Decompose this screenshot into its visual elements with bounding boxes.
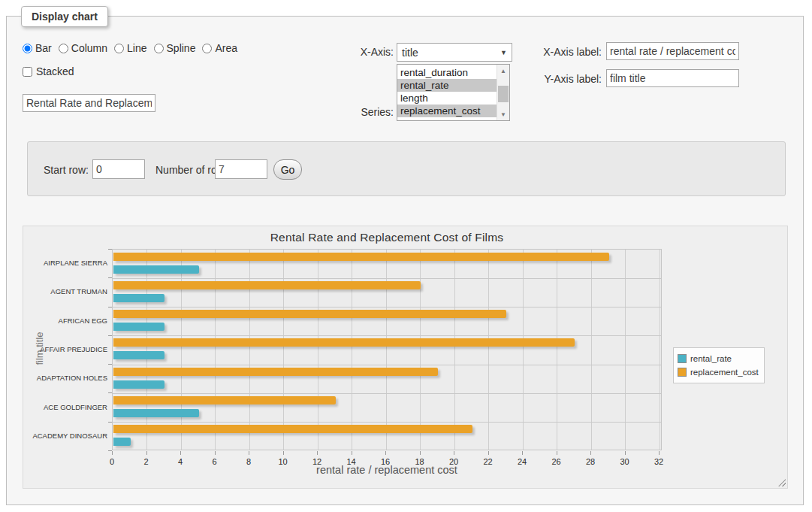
start-row-label: Start row: [44, 164, 89, 176]
chart-type-spline: Spline [154, 42, 196, 54]
bar-rental-rate [113, 323, 165, 331]
series-option-rental-rate[interactable]: rental_rate [397, 79, 497, 92]
y-tick-mark [108, 392, 112, 393]
scrollbar-thumb[interactable] [498, 86, 509, 102]
chart-legend: rental_ratereplacement_cost [673, 347, 765, 383]
chart-x-axis-label: rental rate / replacement cost [112, 464, 662, 476]
gridline [557, 250, 557, 450]
category-label: AFRICAN EGG [23, 317, 107, 326]
x-tick-mark [249, 451, 249, 455]
x-tick-mark [146, 451, 147, 455]
bar-replacement-cost [113, 425, 472, 433]
x-axis-field-label: X-Axis label: [527, 46, 602, 58]
gridline [113, 335, 661, 336]
gridline [113, 422, 661, 423]
rows-panel: Start row: Number of rows: Go [27, 141, 786, 196]
category-label: ACADEMY DINOSAUR [23, 432, 107, 441]
gridline [215, 250, 216, 450]
x-tick-mark [352, 451, 352, 455]
resize-handle-icon[interactable] [778, 479, 786, 486]
series-option-rental-duration[interactable]: rental_duration [397, 66, 497, 79]
stacked-option: Stacked [23, 65, 74, 77]
chart-type-radio-area[interactable] [202, 44, 212, 53]
chart-title-input[interactable] [23, 94, 155, 112]
y-axis-label-input[interactable] [606, 69, 739, 87]
gridline [249, 250, 250, 450]
chart-type-radio-line[interactable] [114, 44, 124, 53]
panel-title: Display chart [21, 6, 108, 27]
chart-type-label: Bar [35, 42, 52, 54]
gridline [591, 250, 592, 450]
x-tick-mark [283, 451, 284, 455]
x-tick-mark [180, 451, 181, 455]
series-list-label: Series: [334, 106, 394, 118]
gridline [146, 250, 147, 450]
chart-type-radio-spline[interactable] [154, 44, 164, 53]
bar-rental-rate [113, 409, 199, 417]
x-tick-mark [590, 451, 591, 455]
y-tick-mark [108, 277, 112, 278]
num-rows-input[interactable] [215, 159, 267, 179]
chart-type-radio-group: BarColumnLineSplineArea [23, 42, 237, 54]
stacked-label: Stacked [36, 65, 74, 77]
chart-type-radio-bar[interactable] [23, 44, 32, 53]
category-label: ADAPTATION HOLES [23, 374, 107, 383]
x-axis-select[interactable]: title ▼ [397, 43, 512, 62]
y-axis-field-label: Y-Axis label: [527, 73, 602, 85]
legend-swatch-icon [678, 354, 687, 363]
series-options: rental_durationrental_ratelengthreplacem… [397, 65, 497, 120]
stacked-checkbox[interactable] [23, 67, 32, 77]
bar-rental-rate [113, 294, 165, 302]
gridline [113, 278, 661, 279]
chart-container: Rental Rate and Replacement Cost of Film… [23, 226, 788, 489]
x-tick-mark [659, 451, 660, 455]
series-option-length[interactable]: length [397, 92, 497, 105]
bar-replacement-cost [113, 310, 506, 318]
legend-label: rental_rate [690, 354, 732, 363]
gridline [523, 250, 524, 450]
chart-type-radio-column[interactable] [59, 44, 68, 53]
scroll-down-icon[interactable]: ▼ [497, 108, 509, 120]
y-tick-mark [108, 422, 112, 423]
category-label: AIRPLANE SIERRA [23, 259, 107, 268]
y-tick-mark [108, 249, 112, 250]
go-button[interactable]: Go [273, 159, 302, 180]
series-scrollbar[interactable]: ▲ ▼ [497, 65, 509, 120]
x-axis-label-input[interactable] [606, 42, 739, 60]
chart-type-area: Area [202, 42, 237, 54]
gridline [181, 250, 182, 450]
legend-item-rental-rate: rental_rate [678, 352, 759, 365]
x-tick-mark [385, 451, 386, 455]
chart-type-column: Column [59, 42, 107, 54]
bar-replacement-cost [113, 338, 575, 347]
gridline [283, 250, 284, 450]
legend-label: replacement_cost [690, 368, 759, 377]
legend-item-replacement-cost: replacement_cost [678, 365, 759, 379]
gridline [113, 393, 661, 394]
bar-replacement-cost [113, 396, 336, 404]
chart-title: Rental Rate and Replacement Cost of Film… [112, 231, 662, 244]
scroll-up-icon[interactable]: ▲ [497, 65, 509, 77]
bar-rental-rate [113, 380, 165, 389]
chart-type-bar: Bar [23, 42, 52, 54]
category-label: AGENT TRUMAN [23, 287, 107, 296]
chart-type-label: Area [215, 42, 237, 54]
category-label: ACE GOLDFINGER [23, 403, 107, 412]
start-row-input[interactable] [92, 159, 145, 179]
category-label: AFFAIR PREJUDICE [23, 345, 107, 354]
bar-rental-rate [113, 265, 199, 274]
page: Display chart BarColumnLineSplineArea St… [0, 0, 812, 512]
chart-type-label: Column [71, 42, 107, 54]
x-tick-mark [522, 451, 523, 455]
gridline [113, 365, 661, 365]
gridline [488, 250, 489, 450]
legend-swatch-icon [678, 368, 687, 377]
x-tick-mark [557, 451, 557, 455]
chart-type-line: Line [114, 42, 146, 54]
dropdown-arrow-icon: ▼ [500, 49, 507, 56]
gridline [113, 307, 661, 308]
y-tick-mark [108, 335, 112, 336]
series-option-replacement-cost[interactable]: replacement_cost [397, 105, 497, 117]
y-tick-mark [108, 307, 112, 308]
gridline [420, 250, 421, 450]
